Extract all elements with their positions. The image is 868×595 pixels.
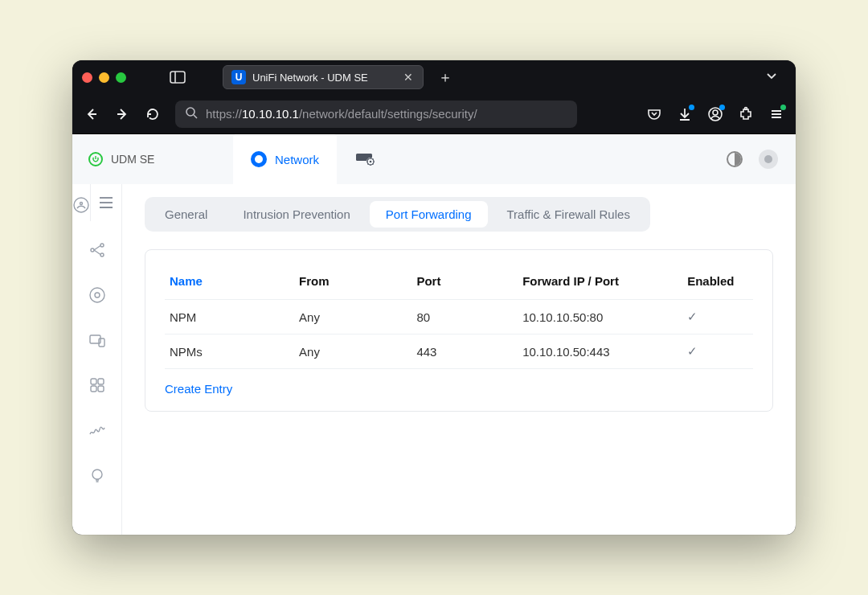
sidebar	[72, 184, 122, 535]
cell-from: Any	[294, 334, 411, 369]
subtab-general[interactable]: General	[149, 201, 223, 228]
svg-point-10	[745, 107, 747, 109]
check-icon: ✓	[687, 344, 698, 358]
svg-point-4	[186, 108, 194, 116]
app-tab-network[interactable]: Network	[233, 134, 337, 184]
downloads-icon[interactable]	[677, 106, 693, 122]
cell-name: NPM	[165, 300, 294, 334]
svg-line-36	[94, 250, 100, 255]
pocket-icon[interactable]	[646, 106, 662, 122]
svg-line-25	[368, 163, 369, 164]
sidebar-item-radios[interactable]	[88, 285, 107, 305]
device-settings-icon	[354, 150, 377, 169]
sidebar-collapse-icon[interactable]	[90, 184, 121, 221]
svg-rect-0	[170, 72, 185, 83]
url-text: https://10.10.10.1/network/default/setti…	[206, 107, 477, 121]
svg-line-24	[373, 163, 374, 164]
cell-enabled: ✓	[682, 300, 753, 334]
app-menu-icon[interactable]	[768, 106, 784, 122]
svg-point-28	[80, 203, 83, 205]
svg-rect-42	[98, 379, 104, 384]
network-icon	[251, 151, 267, 167]
svg-point-34	[100, 253, 104, 256]
svg-line-35	[94, 246, 100, 251]
subtab-bar: General Intrusion Prevention Port Forwar…	[145, 197, 650, 232]
search-icon	[185, 106, 198, 121]
cell-forward: 10.10.10.50:443	[518, 334, 682, 369]
tab-favicon: U	[231, 70, 246, 84]
browser-sidebar-icon[interactable]	[170, 71, 186, 84]
col-name[interactable]: Name	[165, 268, 294, 300]
app-content: UDM SE Network	[72, 134, 796, 535]
traffic-lights	[82, 72, 126, 83]
svg-rect-43	[91, 386, 96, 392]
subtab-port-forwarding[interactable]: Port Forwarding	[370, 201, 488, 228]
tab-close-icon[interactable]: ✕	[402, 71, 415, 84]
power-icon	[88, 152, 103, 166]
user-avatar[interactable]	[759, 150, 778, 169]
sidebar-item-clients[interactable]	[88, 375, 107, 395]
port-forwarding-table: Name From Port Forward IP / Port Enabled…	[165, 268, 753, 369]
svg-rect-44	[98, 386, 104, 392]
subtab-traffic-firewall[interactable]: Traffic & Firewall Rules	[491, 201, 646, 228]
col-from[interactable]: From	[294, 268, 411, 300]
url-bar[interactable]: https://10.10.10.1/network/default/setti…	[175, 101, 577, 128]
check-icon: ✓	[687, 310, 698, 323]
svg-point-33	[100, 244, 104, 247]
tab-title: UniFi Network - UDM SE	[252, 72, 395, 84]
cell-name: NPMs	[165, 334, 294, 369]
extensions-icon[interactable]	[738, 106, 754, 122]
nav-forward-button[interactable]	[114, 106, 130, 122]
svg-rect-41	[91, 379, 96, 384]
sidebar-item-insights[interactable]	[88, 466, 107, 485]
tab-overflow-button[interactable]	[757, 66, 786, 88]
cell-from: Any	[294, 300, 411, 334]
browser-toolbar: https://10.10.10.1/network/default/setti…	[72, 94, 796, 134]
svg-point-18	[370, 160, 372, 162]
sidebar-item-traffic[interactable]	[88, 421, 107, 440]
col-port[interactable]: Port	[411, 268, 518, 300]
sidebar-item-topology[interactable]	[88, 240, 107, 260]
svg-point-38	[95, 293, 100, 298]
cell-forward: 10.10.10.50:80	[518, 300, 682, 334]
col-enabled[interactable]: Enabled	[682, 268, 753, 300]
cell-port: 80	[411, 300, 518, 334]
svg-line-23	[368, 158, 369, 159]
app-body: General Intrusion Prevention Port Forwar…	[72, 184, 796, 535]
site-switcher[interactable]: UDM SE	[72, 152, 233, 166]
svg-point-9	[713, 110, 718, 115]
nav-reload-button[interactable]	[145, 106, 161, 122]
browser-window: U UniFi Network - UDM SE ✕ ＋ https://10.…	[72, 60, 796, 535]
browser-tab[interactable]: U UniFi Network - UDM SE ✕	[223, 65, 424, 89]
account-icon[interactable]	[707, 106, 723, 122]
theme-toggle-icon[interactable]	[727, 151, 743, 167]
window-close-button[interactable]	[82, 72, 92, 83]
app-tabs: Network	[233, 134, 395, 184]
nav-back-button[interactable]	[84, 106, 100, 122]
table-row[interactable]: NPMs Any 443 10.10.10.50:443 ✓	[165, 334, 753, 369]
col-forward[interactable]: Forward IP / Port	[518, 268, 682, 300]
site-name: UDM SE	[111, 153, 154, 166]
new-tab-button[interactable]: ＋	[430, 64, 461, 90]
create-entry-link[interactable]: Create Entry	[165, 369, 232, 396]
cell-enabled: ✓	[682, 334, 753, 369]
main-area: General Intrusion Prevention Port Forwar…	[122, 184, 796, 535]
svg-line-26	[373, 158, 374, 159]
svg-line-5	[194, 115, 197, 118]
window-minimize-button[interactable]	[99, 72, 109, 83]
app-tab-devices[interactable]	[337, 134, 395, 184]
sidebar-item-devices[interactable]	[88, 330, 107, 350]
svg-point-37	[90, 288, 104, 302]
port-forwarding-panel: Name From Port Forward IP / Port Enabled…	[145, 249, 773, 412]
svg-rect-40	[99, 339, 104, 347]
svg-point-32	[91, 248, 94, 252]
svg-point-45	[92, 470, 102, 479]
app-tab-label: Network	[275, 153, 319, 166]
window-zoom-button[interactable]	[116, 72, 126, 83]
subtab-intrusion-prevention[interactable]: Intrusion Prevention	[227, 201, 366, 228]
app-header: UDM SE Network	[72, 134, 796, 184]
cell-port: 443	[411, 334, 518, 369]
sidebar-item-dashboard[interactable]	[72, 195, 90, 215]
table-row[interactable]: NPM Any 80 10.10.10.50:80 ✓	[165, 300, 753, 334]
titlebar: U UniFi Network - UDM SE ✕ ＋	[72, 60, 796, 94]
